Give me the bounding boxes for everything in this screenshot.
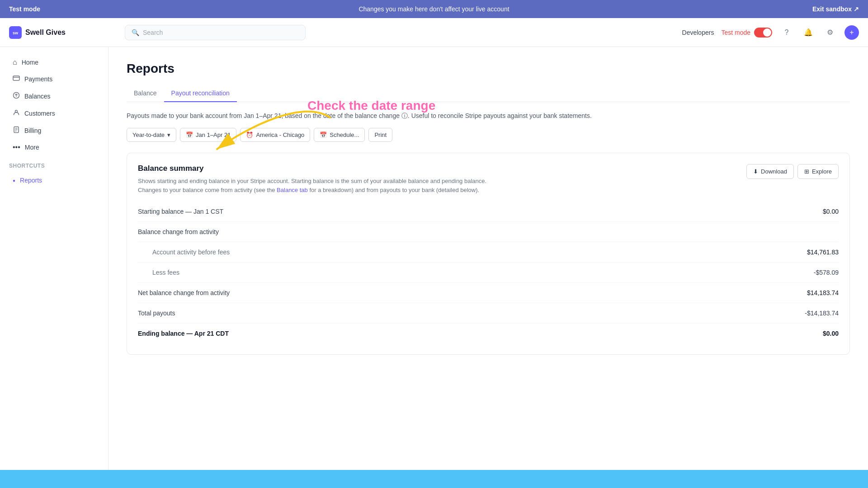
table-row: Net balance change from activity $14,183…: [138, 282, 839, 303]
logo-icon: sw: [9, 26, 22, 39]
date-range-label: Year-to-date: [132, 131, 165, 138]
sidebar-label-customers: Customers: [24, 110, 55, 117]
dropdown-chevron-icon: ▾: [167, 131, 170, 138]
sidebar-item-payments[interactable]: Payments: [4, 70, 104, 88]
card-header: Balance summary Shows starting and endin…: [138, 164, 839, 194]
row-value: -$578.09: [814, 269, 839, 276]
main-layout: ⌂ Home Payments Balances Customers: [0, 47, 868, 470]
print-button[interactable]: Print: [368, 128, 392, 142]
sidebar-label-home: Home: [22, 59, 38, 66]
app-name: Swell Gives: [25, 28, 66, 37]
avatar[interactable]: +: [844, 25, 859, 40]
help-icon[interactable]: ?: [779, 25, 794, 40]
clock-icon: ⏰: [246, 131, 253, 138]
toggle-switch[interactable]: [754, 28, 772, 38]
sidebar-item-billing[interactable]: Billing: [4, 122, 104, 139]
main-content: Reports Balance Payout reconciliation Pa…: [108, 47, 868, 470]
table-row: Balance change from activity: [138, 221, 839, 242]
period-label: Jan 1–Apr 21: [196, 131, 231, 138]
shortcuts-section-label: Shortcuts: [0, 155, 108, 173]
page-title: Reports: [127, 61, 850, 76]
sidebar-item-customers[interactable]: Customers: [4, 105, 104, 122]
balance-table: Starting balance — Jan 1 CST $0.00 Balan…: [138, 202, 839, 343]
row-value: -$14,183.74: [805, 310, 839, 317]
calendar-icon: 📅: [186, 131, 193, 138]
bottom-bar: [0, 470, 868, 488]
billing-icon: [13, 126, 20, 135]
sidebar-label-billing: Billing: [24, 127, 41, 134]
balance-tab-link[interactable]: Balance tab: [277, 187, 308, 193]
balances-icon: [13, 92, 20, 101]
home-icon: ⌂: [13, 58, 17, 66]
customers-icon: [13, 109, 20, 118]
row-label: Starting balance — Jan 1 CST: [138, 208, 223, 215]
sidebar-item-balances[interactable]: Balances: [4, 88, 104, 105]
svg-text:sw: sw: [13, 31, 19, 35]
period-filter[interactable]: 📅 Jan 1–Apr 21: [180, 128, 236, 142]
download-icon: ⬇: [753, 168, 758, 175]
logo-area: sw Swell Gives: [9, 26, 118, 39]
sidebar: ⌂ Home Payments Balances Customers: [0, 47, 108, 470]
timezone-label: America - Chicago: [256, 131, 304, 138]
row-value: $0.00: [823, 208, 839, 215]
sidebar-label-balances: Balances: [24, 93, 51, 100]
schedule-label: Schedule...: [330, 131, 359, 138]
row-label: Balance change from activity: [138, 228, 219, 235]
row-value: $14,183.74: [807, 289, 839, 296]
toggle-knob: [763, 28, 771, 37]
more-icon: •••: [13, 143, 20, 151]
explore-label: Explore: [812, 168, 832, 175]
schedule-filter[interactable]: 📅 Schedule...: [314, 128, 365, 142]
page-description: Payouts made to your bank account from J…: [127, 111, 850, 121]
sidebar-label-more: More: [25, 144, 39, 151]
timezone-filter[interactable]: ⏰ America - Chicago: [240, 128, 310, 142]
card-header-left: Balance summary Shows starting and endin…: [138, 164, 500, 194]
sidebar-item-reports[interactable]: ● Reports: [4, 173, 104, 188]
row-value-bold: $0.00: [823, 330, 839, 337]
row-label: Net balance change from activity: [138, 289, 230, 296]
svg-rect-2: [13, 76, 19, 80]
top-bar: sw Swell Gives 🔍 Search Developers Test …: [0, 18, 868, 47]
card-description: Shows starting and ending balance in you…: [138, 177, 500, 194]
table-row: Starting balance — Jan 1 CST $0.00: [138, 202, 839, 221]
developers-link[interactable]: Developers: [682, 29, 714, 36]
download-button[interactable]: ⬇ Download: [746, 164, 794, 179]
card-actions: ⬇ Download ⊞ Explore: [746, 164, 839, 179]
settings-icon[interactable]: ⚙: [823, 25, 837, 40]
tabs: Balance Payout reconciliation: [127, 85, 850, 102]
tab-balance[interactable]: Balance: [127, 85, 164, 102]
reports-icon: ●: [13, 178, 15, 183]
search-placeholder: Search: [143, 29, 163, 36]
row-value: $14,761.83: [807, 249, 839, 256]
sidebar-label-reports: Reports: [20, 177, 42, 184]
table-row: Less fees -$578.09: [138, 262, 839, 282]
sidebar-label-payments: Payments: [24, 75, 52, 83]
filters-row: Year-to-date ▾ 📅 Jan 1–Apr 21 ⏰ America …: [127, 128, 850, 142]
row-label-indent: Less fees: [138, 269, 179, 276]
notifications-icon[interactable]: 🔔: [801, 25, 816, 40]
print-label: Print: [374, 131, 387, 138]
table-row: Account activity before fees $14,761.83: [138, 242, 839, 262]
search-icon: 🔍: [132, 29, 139, 36]
test-mode-label: Test mode: [9, 5, 40, 13]
sidebar-item-home[interactable]: ⌂ Home: [4, 54, 104, 70]
top-bar-right: Developers Test mode ? 🔔 ⚙ +: [682, 25, 859, 40]
search-bar[interactable]: 🔍 Search: [125, 25, 306, 40]
table-row: Ending balance — Apr 21 CDT $0.00: [138, 323, 839, 343]
date-range-filter[interactable]: Year-to-date ▾: [127, 128, 176, 142]
test-mode-bar: Test mode Changes you make here don't af…: [0, 0, 868, 18]
table-row: Total payouts -$14,183.74: [138, 303, 839, 323]
schedule-calendar-icon: 📅: [320, 131, 327, 138]
download-label: Download: [761, 168, 787, 175]
payments-icon: [13, 75, 20, 84]
sidebar-item-more[interactable]: ••• More: [4, 139, 104, 155]
explore-icon: ⊞: [804, 168, 809, 175]
tab-payout-reconciliation[interactable]: Payout reconciliation: [164, 85, 237, 102]
exit-sandbox-button[interactable]: Exit sandbox ↗: [812, 5, 859, 13]
balance-summary-card: Balance summary Shows starting and endin…: [127, 153, 850, 355]
row-label-indent: Account activity before fees: [138, 249, 230, 256]
test-mode-center-text: Changes you make here don't affect your …: [359, 5, 509, 13]
row-label-bold: Ending balance — Apr 21 CDT: [138, 330, 229, 337]
explore-button[interactable]: ⊞ Explore: [797, 164, 839, 179]
test-mode-toggle[interactable]: Test mode: [721, 28, 772, 38]
